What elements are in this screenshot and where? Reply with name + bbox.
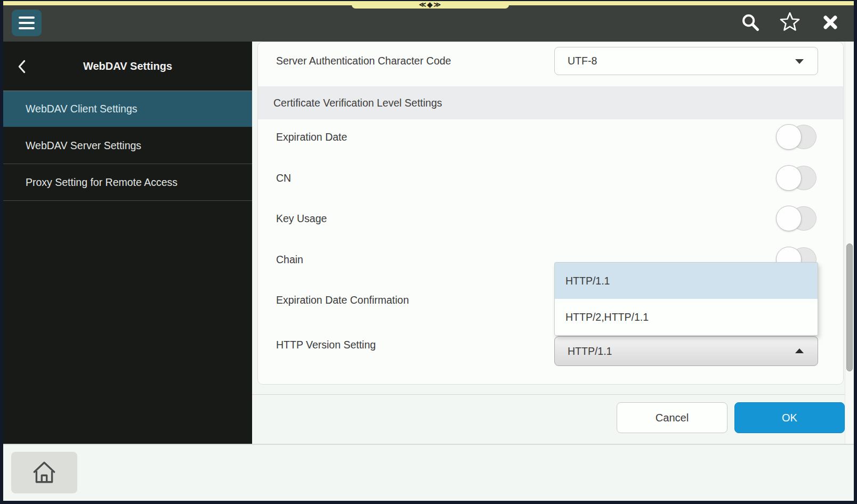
toggle-knob bbox=[776, 124, 802, 150]
sidebar-item-label: WebDAV Client Settings bbox=[26, 103, 138, 115]
dropdown-option-label: HTTP/2,HTTP/1.1 bbox=[565, 311, 649, 323]
dropdown-option-http2-http11[interactable]: HTTP/2,HTTP/1.1 bbox=[555, 299, 818, 335]
pull-tab-glyph: ≪◆≫ bbox=[419, 2, 442, 7]
http-version-select[interactable]: HTTP/1.1 bbox=[554, 336, 818, 366]
toggle-key-usage[interactable] bbox=[776, 206, 818, 231]
sidebar-item-webdav-client-settings[interactable]: WebDAV Client Settings bbox=[3, 91, 252, 127]
dropdown-option-label: HTTP/1.1 bbox=[565, 275, 610, 287]
expiration-date-confirmation-label: Expiration Date Confirmation bbox=[276, 294, 409, 306]
triangle-up-icon bbox=[795, 348, 804, 353]
app-window: ≪◆≫ bbox=[3, 1, 854, 501]
toggle-cn[interactable] bbox=[776, 165, 818, 191]
dropdown-option-http11[interactable]: HTTP/1.1 bbox=[555, 263, 818, 299]
http-version-dropdown-list: HTTP/1.1 HTTP/2,HTTP/1.1 bbox=[554, 262, 818, 336]
sidebar-item-label: Proxy Setting for Remote Access bbox=[26, 176, 177, 189]
home-button[interactable] bbox=[11, 452, 77, 493]
main-content: Server Authentication Character Code UTF… bbox=[252, 42, 854, 444]
close-button[interactable] bbox=[820, 12, 840, 32]
server-auth-charcode-label: Server Authentication Character Code bbox=[276, 55, 451, 67]
search-button[interactable] bbox=[739, 11, 762, 34]
http-version-label: HTTP Version Setting bbox=[276, 339, 376, 351]
topbar bbox=[3, 5, 854, 42]
sidebar-item-webdav-server-settings[interactable]: WebDAV Server Settings bbox=[3, 127, 252, 164]
ok-button-label: OK bbox=[782, 412, 797, 424]
sidebar: WebDAV Settings WebDAV Client Settings W… bbox=[3, 42, 252, 444]
cn-label: CN bbox=[276, 172, 291, 184]
back-button[interactable] bbox=[13, 58, 31, 76]
ok-button[interactable]: OK bbox=[734, 402, 845, 433]
sidebar-item-label: WebDAV Server Settings bbox=[26, 140, 141, 152]
screen-pull-tab[interactable]: ≪◆≫ bbox=[352, 1, 509, 9]
close-icon bbox=[823, 15, 838, 30]
triangle-down-icon bbox=[795, 59, 804, 64]
menu-button[interactable] bbox=[12, 10, 42, 36]
search-icon bbox=[741, 13, 760, 32]
select-value: HTTP/1.1 bbox=[568, 345, 612, 357]
server-auth-charcode-select[interactable]: UTF-8 bbox=[554, 47, 818, 75]
home-icon bbox=[31, 460, 57, 485]
bottombar bbox=[3, 444, 854, 501]
cancel-button-label: Cancel bbox=[656, 412, 689, 424]
expiration-date-label: Expiration Date bbox=[276, 131, 347, 143]
footer-divider bbox=[252, 394, 854, 395]
chain-label: Chain bbox=[276, 254, 303, 266]
section-header: Certificate Verification Level Settings bbox=[258, 86, 843, 119]
toggle-expiration-date[interactable] bbox=[776, 124, 818, 150]
favorite-button[interactable] bbox=[779, 10, 801, 32]
sidebar-header: WebDAV Settings bbox=[3, 42, 252, 91]
sidebar-item-proxy-setting-remote-access[interactable]: Proxy Setting for Remote Access bbox=[3, 164, 252, 201]
section-header-label: Certificate Verification Level Settings bbox=[273, 97, 442, 109]
hamburger-icon bbox=[19, 17, 35, 29]
cancel-button[interactable]: Cancel bbox=[617, 402, 727, 433]
select-value: UTF-8 bbox=[568, 55, 597, 67]
chevron-left-icon bbox=[17, 60, 27, 74]
scrollbar-track[interactable] bbox=[845, 42, 854, 444]
star-icon bbox=[780, 11, 800, 31]
toggle-knob bbox=[776, 165, 802, 191]
key-usage-label: Key Usage bbox=[276, 213, 327, 225]
sidebar-title: WebDAV Settings bbox=[3, 42, 252, 91]
scrollbar-thumb[interactable] bbox=[846, 243, 853, 371]
toggle-knob bbox=[776, 206, 802, 231]
